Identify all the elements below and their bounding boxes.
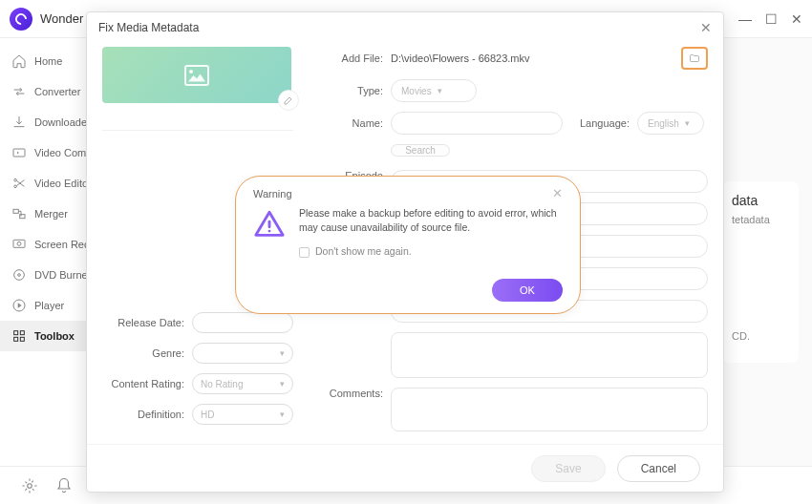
app-logo-icon (10, 8, 32, 31)
search-button[interactable]: Search (391, 144, 450, 157)
warning-message: Please make a backup before editing to a… (299, 206, 563, 235)
sidebar-item-video-editor[interactable]: Video Editor (0, 168, 91, 199)
browse-file-button[interactable] (681, 47, 708, 70)
svg-rect-3 (13, 209, 18, 213)
add-file-label: Add File: (316, 52, 391, 64)
svg-point-2 (14, 185, 17, 188)
sidebar-item-label: Screen Recorder (34, 239, 91, 250)
close-button[interactable]: ✕ (791, 11, 802, 27)
sidebar-item-merger[interactable]: Merger (0, 199, 91, 229)
maximize-button[interactable]: ☐ (765, 11, 778, 27)
name-input[interactable] (391, 112, 563, 135)
genre-select[interactable]: ▾ (192, 343, 293, 364)
sidebar-item-downloader[interactable]: Downloader (0, 107, 91, 137)
edit-poster-button[interactable] (278, 90, 299, 111)
toolbox-icon (11, 328, 27, 344)
warning-title: Warning (253, 188, 292, 200)
screen-record-icon (11, 237, 27, 252)
modal-title: Fix Media Metadata (98, 21, 199, 34)
language-select[interactable]: English▾ (637, 112, 704, 135)
description-area[interactable] (391, 332, 708, 378)
sidebar-item-label: Video Editor (34, 178, 91, 189)
comments-input[interactable] (391, 388, 708, 431)
save-button[interactable]: Save (531, 455, 605, 482)
scissors-icon (11, 176, 27, 191)
checkbox-icon (299, 247, 310, 258)
dont-show-label: Don't show me again. (315, 244, 412, 259)
sidebar-item-screen-recorder[interactable]: Screen Recorder (0, 229, 91, 260)
definition-label: Definition: (102, 409, 192, 420)
sidebar-item-converter[interactable]: Converter (0, 76, 91, 107)
language-label: Language: (563, 117, 637, 129)
modal-close-button[interactable]: ✕ (700, 20, 712, 35)
svg-rect-10 (14, 331, 18, 335)
definition-select[interactable]: HD▾ (192, 404, 293, 425)
type-label: Type: (316, 85, 391, 96)
info-card-sub: tetadata (732, 214, 789, 225)
sidebar-item-home[interactable]: Home (0, 46, 91, 76)
minimize-button[interactable]: — (738, 11, 752, 27)
home-icon (11, 53, 27, 69)
image-placeholder-icon (184, 65, 209, 86)
comments-label: Comments: (316, 388, 391, 399)
converter-icon (11, 84, 27, 99)
sidebar-item-label: Converter (34, 86, 80, 97)
svg-point-7 (14, 270, 25, 281)
genre-label: Genre: (102, 347, 192, 359)
poster-preview (102, 47, 291, 103)
play-icon (11, 298, 27, 313)
warning-triangle-icon (253, 208, 286, 241)
dont-show-checkbox[interactable]: Don't show me again. (299, 244, 563, 259)
sidebar-item-label: DVD Burner (34, 269, 91, 281)
sidebar-item-video-compressor[interactable]: Video Compressor (0, 137, 91, 168)
svg-point-14 (28, 483, 32, 488)
svg-point-6 (17, 242, 21, 245)
disc-icon (11, 267, 27, 283)
svg-point-15 (268, 230, 271, 233)
bell-icon[interactable] (55, 477, 73, 494)
type-select[interactable]: Movies▾ (391, 79, 477, 102)
content-rating-label: Content Rating: (102, 378, 192, 389)
info-card-title: data (732, 193, 789, 208)
merger-icon (11, 206, 27, 221)
settings-icon[interactable] (21, 477, 38, 494)
sidebar-item-label: Video Compressor (34, 147, 91, 158)
sidebar-item-label: Home (34, 55, 62, 67)
sidebar-item-toolbox[interactable]: Toolbox (0, 321, 91, 351)
modal-header: Fix Media Metadata ✕ (87, 12, 723, 43)
warning-ok-button[interactable]: OK (492, 279, 563, 302)
content-rating-select[interactable]: No Rating▾ (192, 373, 293, 394)
sidebar-item-label: Merger (34, 208, 68, 220)
info-card-note: CD. (732, 330, 789, 342)
add-file-path: D:\video\Flowers - 66823.mkv (391, 52, 530, 64)
sidebar: Home Converter Downloader Video Compress… (0, 38, 92, 466)
warning-close-button[interactable]: ✕ (552, 186, 563, 200)
svg-rect-11 (20, 331, 24, 335)
svg-rect-13 (20, 337, 24, 341)
download-icon (11, 115, 27, 130)
svg-point-1 (14, 178, 17, 181)
sidebar-item-label: Player (34, 300, 64, 311)
release-date-input[interactable] (192, 312, 293, 333)
release-date-label: Release Date: (102, 317, 192, 328)
modal-footer: Save Cancel (87, 444, 723, 492)
warning-dialog: Warning ✕ Please make a backup before ed… (235, 176, 581, 314)
svg-rect-5 (13, 240, 25, 247)
sidebar-item-label: Toolbox (34, 330, 75, 342)
cancel-button[interactable]: Cancel (617, 455, 700, 482)
svg-rect-12 (14, 337, 18, 341)
sidebar-item-dvd-burner[interactable]: DVD Burner (0, 260, 91, 290)
info-card: data tetadata CD. (722, 181, 799, 363)
name-label: Name: (316, 117, 391, 129)
sidebar-item-label: Downloader (34, 116, 91, 128)
window-controls: — ☐ ✕ (738, 11, 802, 27)
svg-point-8 (18, 274, 21, 277)
svg-rect-4 (20, 215, 25, 219)
sidebar-item-player[interactable]: Player (0, 290, 91, 321)
compress-icon (11, 145, 27, 160)
